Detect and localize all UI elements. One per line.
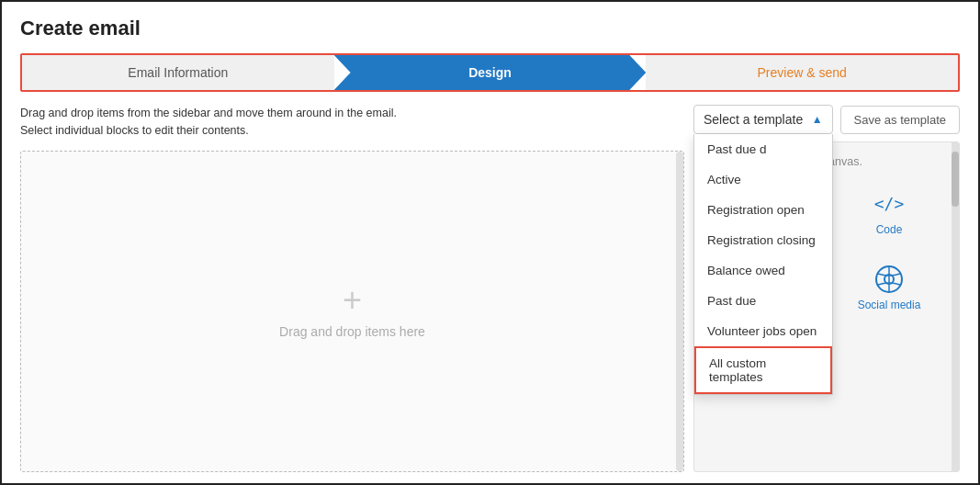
sidebar-item-code-label: Code — [876, 223, 903, 236]
dropdown-item-all-custom-templates[interactable]: All custom templates — [694, 346, 832, 394]
sidebar-item-social-media-label: Social media — [858, 299, 921, 311]
canvas-scrollbar[interactable] — [676, 152, 683, 472]
svg-text:</>: </> — [874, 194, 904, 213]
dropdown-item-volunteer-jobs-open[interactable]: Volunteer jobs open — [694, 316, 832, 346]
template-dropdown-trigger[interactable]: Select a template ▲ — [693, 105, 833, 134]
code-icon: </> — [871, 190, 907, 218]
stepper: Email Information Design Preview & send — [20, 53, 960, 92]
tab-email-information-label: Email Information — [128, 65, 228, 80]
content-area: Drag and drop items from the sidebar and… — [20, 105, 960, 472]
social-media-icon — [871, 265, 907, 293]
main-area: Drag and drop items from the sidebar and… — [20, 105, 693, 472]
chevron-up-icon: ▲ — [812, 113, 823, 126]
email-canvas[interactable]: + Drag and drop items here — [20, 151, 684, 473]
sidebar-scrollbar[interactable] — [952, 142, 959, 471]
instructions: Drag and drop items from the sidebar and… — [20, 105, 684, 140]
dropdown-item-past-due[interactable]: Past due — [694, 286, 832, 316]
instruction-line1: Drag and drop items from the sidebar and… — [20, 105, 684, 122]
sidebar-top-row: Select a template ▲ Past due d Active Re… — [693, 105, 960, 134]
template-dropdown[interactable]: Select a template ▲ Past due d Active Re… — [693, 105, 833, 134]
sidebar-item-social-media[interactable]: Social media — [827, 251, 952, 326]
tab-preview-send[interactable]: Preview & send — [646, 55, 958, 90]
canvas-plus-icon: + — [343, 284, 362, 317]
tab-design[interactable]: Design — [334, 55, 647, 90]
tab-email-information[interactable]: Email Information — [22, 55, 334, 90]
dropdown-item-active[interactable]: Active — [694, 164, 832, 195]
instruction-line2: Select individual blocks to edit their c… — [20, 122, 684, 140]
dropdown-item-past-due-d[interactable]: Past due d — [694, 134, 832, 164]
sidebar-scroll-thumb — [952, 152, 959, 207]
dropdown-item-registration-closing[interactable]: Registration closing — [694, 225, 832, 255]
sidebar-item-code[interactable]: </> Code — [827, 175, 952, 251]
dropdown-item-balance-owed[interactable]: Balance owed — [694, 255, 832, 286]
tab-preview-send-label: Preview & send — [758, 65, 847, 80]
template-dropdown-label: Select a template — [704, 112, 803, 127]
save-as-template-button[interactable]: Save as template — [840, 106, 960, 134]
canvas-placeholder-text: Drag and drop items here — [279, 324, 425, 339]
dropdown-item-registration-open[interactable]: Registration open — [694, 195, 832, 225]
page-title: Create email — [20, 17, 960, 40]
sidebar: Select a template ▲ Past due d Active Re… — [693, 105, 960, 472]
tab-design-label: Design — [468, 65, 512, 80]
template-dropdown-menu: Past due d Active Registration open Regi… — [693, 134, 833, 395]
